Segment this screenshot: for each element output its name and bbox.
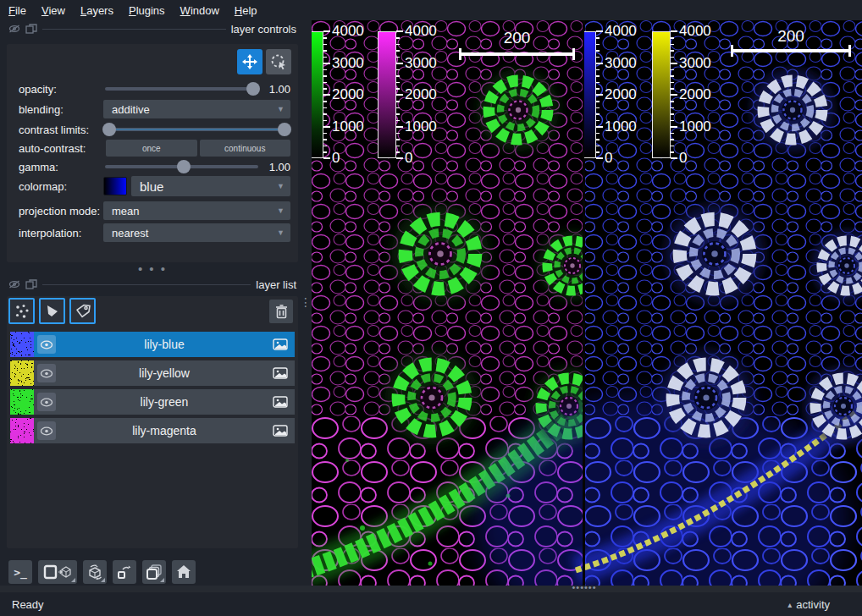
colorbar-tick-label: 0	[679, 149, 687, 168]
left-dock: layer controls opacity:	[0, 20, 312, 592]
new-points-layer-button[interactable]	[8, 298, 35, 324]
transpose-dimensions-button[interactable]	[113, 560, 136, 584]
opacity-slider[interactable]	[103, 81, 260, 96]
float-panel-icon[interactable]	[25, 279, 37, 289]
colorbar-tick-label: 1000	[405, 118, 437, 136]
2d-3d-toggle-icon	[43, 564, 72, 580]
layer-visibility-button[interactable]	[37, 393, 56, 411]
viewer-cell-blue-yellow: 4000 3000 2000 1000 0 4000 3000 2000 100…	[584, 20, 862, 586]
contrast-limits-high-handle[interactable]	[278, 123, 291, 136]
image-layer-icon	[273, 338, 288, 350]
auto-contrast-label: auto-contrast:	[19, 142, 103, 155]
eye-icon	[40, 426, 53, 436]
home-icon	[176, 564, 191, 580]
menu-help[interactable]: Help	[235, 4, 257, 17]
transpose-icon	[116, 564, 133, 580]
projection-mode-label: projection mode:	[19, 205, 103, 217]
opacity-slider-handle[interactable]	[246, 82, 260, 96]
layer-visibility-button[interactable]	[37, 364, 56, 382]
activity-button[interactable]: ▴ activity	[787, 598, 830, 611]
colorbar-tick-label: 2000	[679, 85, 711, 104]
layer-thumbnail	[10, 418, 34, 443]
dock-overflow-handle[interactable]: ⋮	[300, 300, 308, 305]
layer-name: lily-yellow	[56, 366, 273, 380]
colorbar-tick-label: 3000	[679, 54, 711, 73]
hide-panel-eye-icon[interactable]	[8, 279, 20, 289]
pan-zoom-mode-button[interactable]	[237, 49, 262, 74]
blending-dropdown[interactable]: additive ▼	[103, 100, 290, 118]
grid-view-button[interactable]	[142, 560, 166, 584]
layer-row-lily-magenta[interactable]: lily-magenta	[10, 418, 295, 443]
console-icon: >_	[14, 566, 27, 579]
new-shapes-layer-button[interactable]	[39, 298, 65, 324]
eye-icon	[40, 369, 53, 378]
colorbar-tick-label: 2000	[332, 85, 364, 104]
colorbar-tick-label: 2000	[605, 85, 637, 104]
auto-contrast-once-button[interactable]: once	[106, 140, 197, 157]
menu-view[interactable]: View	[41, 4, 65, 17]
colormap-dropdown[interactable]: blue ▼	[131, 176, 290, 196]
image-layer-icon	[273, 367, 288, 379]
colorbar-tick-label: 3000	[332, 54, 364, 73]
activity-dock-splitter: ••••••	[0, 586, 862, 592]
new-labels-layer-button[interactable]	[69, 298, 96, 324]
interpolation-dropdown[interactable]: nearest ▼	[103, 223, 290, 242]
colorbar-tick-label: 3000	[405, 54, 437, 73]
menu-layers[interactable]: Layers	[80, 4, 113, 17]
viewer-buttons: >_	[8, 560, 196, 584]
chevron-down-icon: ▼	[277, 105, 285, 113]
auto-contrast-continuous-button[interactable]: continuous	[200, 140, 291, 157]
layer-visibility-button[interactable]	[37, 335, 56, 354]
layer-controls-title: layer controls	[231, 23, 296, 36]
roll-dimensions-button[interactable]	[83, 560, 107, 584]
blending-label: blending:	[19, 103, 103, 116]
labels-tag-icon	[75, 303, 91, 320]
chevron-down-icon: ▼	[277, 228, 285, 237]
transform-icon	[270, 53, 287, 70]
colorbar-tick-label: 3000	[605, 54, 637, 73]
splitter-drag-handle[interactable]: ••••••	[562, 582, 606, 592]
layer-list-title: layer list	[256, 278, 296, 291]
layer-controls-titlebar: layer controls	[0, 20, 305, 37]
colorbar-tick-label: 2000	[405, 85, 437, 104]
menu-file[interactable]: File	[8, 4, 26, 17]
shapes-icon	[44, 303, 61, 320]
console-button[interactable]: >_	[8, 560, 32, 584]
gamma-slider[interactable]	[103, 159, 260, 174]
scale-bar-label: 200	[731, 27, 851, 46]
colorbar-tick-label: 4000	[605, 22, 637, 41]
colorbar-magenta: 4000 3000 2000 1000 0	[378, 31, 496, 160]
delete-layer-button[interactable]	[269, 300, 293, 323]
trash-icon	[275, 305, 288, 319]
contrast-limits-label: contrast limits:	[19, 124, 103, 136]
ndisplay-toggle-button[interactable]	[38, 560, 77, 584]
transform-mode-button[interactable]	[266, 49, 291, 74]
colormap-swatch	[103, 177, 127, 195]
layer-row-lily-yellow[interactable]: lily-yellow	[10, 360, 295, 386]
colorbar-tick-label: 4000	[679, 22, 711, 41]
home-reset-view-button[interactable]	[172, 560, 196, 584]
layer-row-lily-green[interactable]: lily-green	[10, 389, 295, 415]
projection-mode-dropdown[interactable]: mean ▼	[103, 201, 290, 220]
contrast-limits-range-slider[interactable]	[103, 122, 290, 137]
menu-window[interactable]: Window	[180, 4, 219, 17]
layer-thumbnail	[10, 389, 34, 415]
colorbar-tick-label: 1000	[605, 118, 637, 136]
layer-row-lily-blue[interactable]: lily-blue	[10, 332, 295, 357]
eye-icon	[40, 340, 53, 349]
gamma-slider-handle[interactable]	[177, 160, 191, 173]
scale-bar-label: 200	[459, 29, 575, 47]
status-message: Ready	[12, 598, 787, 611]
float-panel-icon[interactable]	[25, 24, 37, 34]
layer-visibility-button[interactable]	[37, 421, 56, 440]
layer-list-titlebar: layer list	[0, 276, 305, 293]
status-bar: Ready ▴ activity	[0, 592, 862, 616]
opacity-value: 1.00	[260, 83, 290, 96]
viewer-canvas[interactable]: 4000 3000 2000 1000 0 4000 3000 2000 100…	[312, 20, 862, 586]
dock-resize-handle[interactable]: • • •	[0, 266, 305, 272]
contrast-limits-low-handle[interactable]	[102, 123, 116, 136]
layer-name: lily-magenta	[56, 424, 273, 437]
interpolation-label: interpolation:	[19, 227, 103, 239]
menu-plugins[interactable]: Plugins	[129, 4, 165, 17]
hide-panel-eye-icon[interactable]	[8, 24, 20, 34]
